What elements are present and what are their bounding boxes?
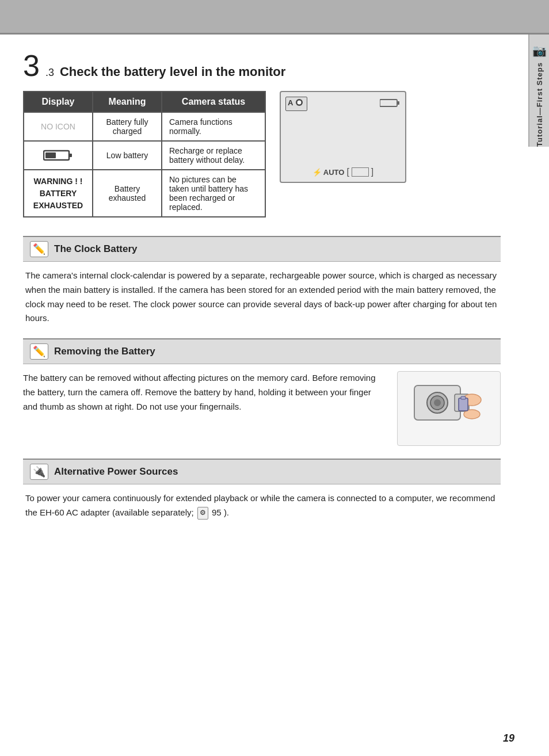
- lcd-screen: A ⚡ AUTO [: [280, 91, 406, 183]
- alt-power-section: 🔌 Alternative Power Sources To power you…: [23, 459, 501, 520]
- camera-diagram: A ⚡ AUTO [: [280, 91, 501, 183]
- page-number: 19: [503, 732, 514, 744]
- alt-power-text-end: ).: [224, 507, 229, 517]
- removing-battery-header: ✏️ Removing the Battery: [23, 338, 501, 364]
- alt-power-header: 🔌 Alternative Power Sources: [23, 459, 501, 484]
- no-icon-label: NO ICON: [41, 122, 75, 131]
- display-warning: WARNING ! !BATTERYEXHAUSTED: [24, 170, 93, 217]
- lcd-bracket: [: [346, 167, 349, 177]
- display-no-icon: NO ICON: [24, 112, 93, 141]
- svg-rect-7: [397, 101, 399, 105]
- col-header-display: Display: [24, 91, 93, 112]
- warning-text: WARNING ! !BATTERYEXHAUSTED: [31, 175, 85, 212]
- status-exhausted: No pictures can be taken until battery h…: [162, 170, 265, 217]
- svg-rect-1: [69, 154, 72, 157]
- alt-power-page-ref-icon: ⚙: [197, 507, 208, 520]
- svg-rect-16: [461, 396, 466, 399]
- clock-battery-title: The Clock Battery: [54, 243, 138, 255]
- table-row: WARNING ! !BATTERYEXHAUSTED Battery exha…: [24, 170, 265, 217]
- main-content: 3 .3 Check the battery level in the moni…: [0, 35, 528, 549]
- col-header-status: Camera status: [162, 91, 265, 112]
- section-sub: .3: [45, 67, 54, 79]
- meaning-low-battery: Low battery: [93, 141, 162, 170]
- sidebar-tab: 📷 Tutorial—First Steps: [528, 35, 549, 147]
- section-title: Check the battery level in the monitor: [60, 64, 285, 79]
- battery-hand-svg: [403, 374, 495, 443]
- svg-rect-2: [45, 152, 56, 158]
- svg-point-5: [298, 101, 302, 105]
- section-heading: 3 .3 Check the battery level in the moni…: [23, 51, 501, 81]
- meaning-exhausted: Battery exhausted: [93, 170, 162, 217]
- status-low-battery: Recharge or replace battery without dela…: [162, 141, 265, 170]
- table-row: NO ICON Battery fully charged Camera fun…: [24, 112, 265, 141]
- removing-battery-icon: ✏️: [30, 343, 48, 360]
- svg-rect-6: [380, 100, 397, 106]
- alt-power-title: Alternative Power Sources: [54, 466, 178, 478]
- low-battery-icon: [43, 148, 73, 162]
- removing-battery-title: Removing the Battery: [54, 346, 155, 357]
- alt-power-body: To power your camera continuously for ex…: [23, 491, 501, 520]
- svg-rect-15: [459, 398, 468, 411]
- table-row: Low battery Recharge or replace battery …: [24, 141, 265, 170]
- col-header-meaning: Meaning: [93, 91, 162, 112]
- lcd-bracket-close: ]: [371, 167, 373, 177]
- removing-battery-text: The battery can be removed without affec…: [23, 371, 387, 414]
- meaning-fully-charged: Battery fully charged: [93, 112, 162, 141]
- alt-power-icon: 🔌: [30, 464, 48, 480]
- clock-battery-body: The camera's internal clock-calendar is …: [23, 269, 501, 326]
- svg-text:A: A: [288, 98, 293, 107]
- alt-power-page-ref: 95: [212, 507, 222, 517]
- lcd-mode-icon: A: [285, 97, 307, 111]
- clock-battery-header: ✏️ The Clock Battery: [23, 236, 501, 262]
- lcd-batt-svg: [380, 98, 401, 108]
- top-bar: [0, 0, 549, 35]
- removing-battery-section: ✏️ Removing the Battery The battery can …: [23, 338, 501, 446]
- battery-table: Display Meaning Camera status NO ICON Ba…: [23, 91, 266, 217]
- clock-battery-icon: ✏️: [30, 241, 48, 257]
- lcd-bottom: ⚡ AUTO [ ]: [281, 167, 405, 177]
- removing-battery-content: The battery can be removed without affec…: [23, 371, 501, 446]
- alt-power-text-start: To power your camera continuously for ex…: [25, 493, 495, 517]
- clock-battery-section: ✏️ The Clock Battery The camera's intern…: [23, 236, 501, 326]
- lcd-meter-bar: [352, 167, 369, 177]
- section-number: 3: [23, 51, 40, 81]
- table-diagram-row: Display Meaning Camera status NO ICON Ba…: [23, 91, 501, 217]
- svg-point-11: [434, 399, 441, 406]
- display-low-battery: [24, 141, 93, 170]
- status-fully-charged: Camera functions normally.: [162, 112, 265, 141]
- lcd-top-row: A: [285, 97, 401, 111]
- lcd-flash-label: ⚡ AUTO: [312, 168, 345, 177]
- lcd-battery-icon: [380, 98, 401, 110]
- battery-hand-image: [397, 371, 501, 446]
- mode-icon-svg: A: [288, 98, 305, 108]
- camera-icon: 📷: [532, 44, 547, 58]
- sidebar-label: Tutorial—First Steps: [535, 62, 544, 147]
